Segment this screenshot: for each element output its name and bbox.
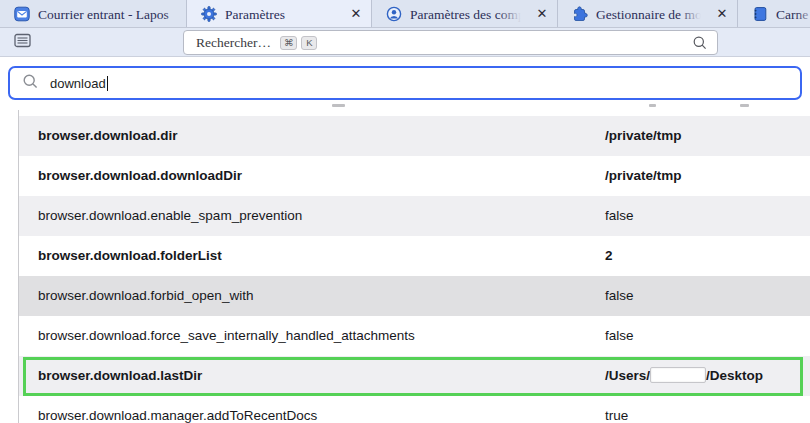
preference-list: browser.download.dir/private/tmpbrowser.… bbox=[19, 116, 810, 423]
text-cursor bbox=[107, 76, 109, 91]
pref-name: browser.download.forbid_open_with bbox=[38, 276, 253, 316]
pref-value: /private/tmp bbox=[605, 156, 682, 196]
pref-row-browser.download.folderList[interactable]: browser.download.folderList2 bbox=[19, 236, 810, 276]
tab-0-courrier-entrant-lapos[interactable]: Courrier entrant - Lapos bbox=[0, 0, 187, 27]
redaction-box bbox=[650, 367, 706, 383]
config-search-input[interactable]: download bbox=[8, 66, 802, 100]
command-keycap: ⌘ bbox=[280, 36, 298, 50]
pref-value: 2 bbox=[605, 236, 613, 276]
pref-value: false bbox=[605, 276, 634, 316]
pref-row-browser.download.manager.addToRecentDocs[interactable]: browser.download.manager.addToRecentDocs… bbox=[19, 396, 810, 423]
k-keycap: K bbox=[301, 36, 317, 50]
tab-label: Courrier entrant - Lapos bbox=[38, 7, 169, 22]
folder-pane-icon bbox=[14, 33, 31, 52]
pref-row-browser.download.lastDir[interactable]: browser.download.lastDir/Users//Desktop bbox=[19, 356, 810, 396]
search-icon bbox=[692, 35, 708, 55]
pref-value: false bbox=[605, 196, 634, 236]
mail-icon bbox=[14, 6, 30, 22]
config-search-value: download bbox=[50, 76, 108, 91]
pref-row-browser.download.force_save_internally_handled_attachments[interactable]: browser.download.force_save_internally_h… bbox=[19, 316, 810, 356]
pref-row-browser.download.dir[interactable]: browser.download.dir/private/tmp bbox=[19, 116, 810, 156]
pref-value: /private/tmp bbox=[605, 116, 682, 156]
close-icon[interactable]: ✕ bbox=[345, 3, 367, 25]
tab-1-param-tres[interactable]: Paramètres✕ bbox=[187, 0, 372, 27]
pref-row-browser.download.downloadDir[interactable]: browser.download.downloadDir/private/tmp bbox=[19, 156, 810, 196]
tab-label: Paramètres des comp bbox=[410, 7, 521, 22]
clipped-row-remnant bbox=[649, 104, 656, 107]
pref-name: browser.download.dir bbox=[38, 116, 178, 156]
pref-name: browser.download.folderList bbox=[38, 236, 222, 276]
main-toolbar: Rechercher… ⌘ K bbox=[0, 28, 810, 57]
app-window: Courrier entrant - LaposParamètres✕Param… bbox=[0, 0, 810, 423]
clipped-row-remnant bbox=[740, 104, 749, 107]
config-editor-page: download browser.download.dir/private/tm… bbox=[0, 57, 810, 423]
gear-icon bbox=[201, 6, 217, 22]
close-icon[interactable]: ✕ bbox=[711, 3, 733, 25]
folder-pane-toggle-button[interactable] bbox=[12, 34, 32, 51]
shortcut-keys: ⌘ K bbox=[280, 36, 318, 50]
pref-value: false bbox=[605, 316, 634, 356]
pref-row-browser.download.enable_spam_prevention[interactable]: browser.download.enable_spam_preventionf… bbox=[19, 196, 810, 236]
tab-3-gestionnaire-de-mod[interactable]: Gestionnaire de mod✕ bbox=[558, 0, 738, 27]
quick-filter-search-box[interactable]: Rechercher… ⌘ K bbox=[183, 30, 718, 55]
tab-label: Carne bbox=[776, 7, 808, 22]
search-icon bbox=[22, 73, 39, 94]
close-icon[interactable]: ✕ bbox=[531, 3, 553, 25]
tab-2-param-tres-des-comp[interactable]: Paramètres des comp✕ bbox=[372, 0, 558, 27]
puzzle-icon bbox=[572, 6, 588, 22]
pref-name: browser.download.manager.addToRecentDocs bbox=[38, 396, 317, 423]
pref-name: browser.download.enable_spam_prevention bbox=[38, 196, 302, 236]
account-icon bbox=[386, 6, 402, 22]
pref-name: browser.download.downloadDir bbox=[38, 156, 242, 196]
search-placeholder: Rechercher… bbox=[196, 35, 271, 51]
pref-value: true bbox=[605, 396, 628, 423]
pref-name: browser.download.lastDir bbox=[38, 356, 202, 396]
tab-bar: Courrier entrant - LaposParamètres✕Param… bbox=[0, 0, 810, 28]
tab-4-carne[interactable]: Carne bbox=[738, 0, 810, 27]
clipped-row-remnant bbox=[332, 104, 345, 107]
pref-row-browser.download.forbid_open_with[interactable]: browser.download.forbid_open_withfalse bbox=[19, 276, 810, 316]
tab-label: Gestionnaire de mod bbox=[596, 7, 701, 22]
pref-value: /Users//Desktop bbox=[605, 356, 763, 396]
address-book-icon bbox=[752, 6, 768, 22]
tab-label: Paramètres bbox=[225, 7, 285, 22]
pref-name: browser.download.force_save_internally_h… bbox=[38, 316, 415, 356]
